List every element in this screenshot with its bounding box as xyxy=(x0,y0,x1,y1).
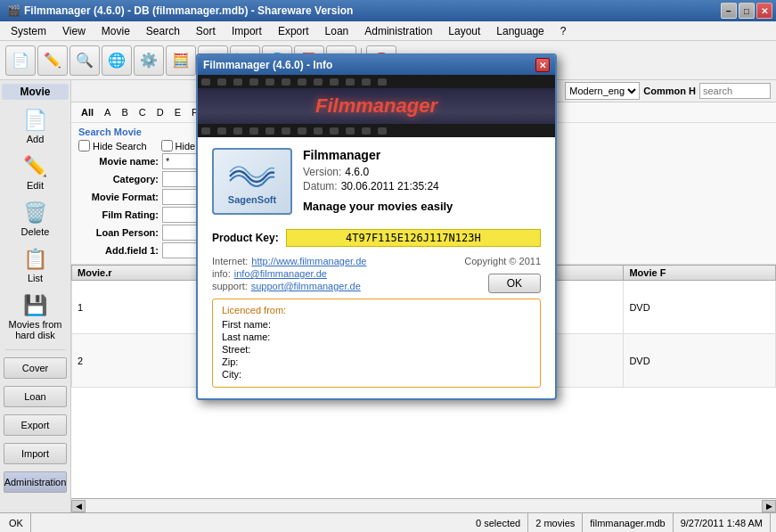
film-hole xyxy=(217,127,226,135)
city-row: City: xyxy=(222,369,531,380)
datum-label: Datum: xyxy=(303,180,338,192)
info-link[interactable]: info@filmmanager.de xyxy=(234,268,327,279)
product-key-row: Product Key: 4T97F115E126J117N123H xyxy=(212,229,541,247)
film-hole xyxy=(330,78,339,86)
support-link[interactable]: support@filmmanager.de xyxy=(251,281,361,291)
film-hole xyxy=(233,127,242,135)
last-name-row: Last name: xyxy=(222,331,531,342)
film-hole xyxy=(298,127,306,135)
licensed-from-label: Licenced from: xyxy=(222,305,531,315)
version-row: Version: 4.6.0 xyxy=(303,166,541,178)
filmstrip-top xyxy=(198,75,555,88)
film-hole xyxy=(282,127,290,135)
support-label: support: xyxy=(212,281,248,291)
datum-value: 30.06.2011 21:35:24 xyxy=(341,180,439,192)
dialog-title-bar: Filmmanager (4.6.0) - Info ✕ xyxy=(198,55,555,75)
datum-row: Datum: 30.06.2011 21:35:24 xyxy=(303,180,541,192)
film-hole xyxy=(298,78,306,86)
film-hole xyxy=(249,127,258,135)
film-hole xyxy=(362,127,371,135)
zip-row: Zip: xyxy=(222,356,531,367)
app-info: Filmmanager Version: 4.6.0 Datum: 30.06.… xyxy=(303,148,541,220)
info-label-field: info: xyxy=(212,268,231,279)
info-row: info: info@filmmanager.de xyxy=(212,268,457,279)
product-key-label: Product Key: xyxy=(212,232,279,244)
dialog-top-row: SagenSoft Filmmanager Version: 4.6.0 Dat… xyxy=(212,148,541,220)
app-name: Filmmanager xyxy=(303,148,541,162)
film-hole xyxy=(265,127,274,135)
dialog-banner: Filmmanager xyxy=(198,75,555,137)
first-name-row: First name: xyxy=(222,319,531,330)
version-value: 4.6.0 xyxy=(345,166,369,178)
film-hole xyxy=(249,78,258,86)
sagensoft-logo: SagenSoft xyxy=(212,148,292,215)
film-hole xyxy=(201,127,210,135)
dialog-close-button[interactable]: ✕ xyxy=(535,58,550,72)
internet-label: Internet: xyxy=(212,256,248,266)
product-key-value: 4T97F115E126J117N123H xyxy=(286,229,541,247)
dialog-title-text: Filmmanager (4.6.0) - Info xyxy=(203,59,332,71)
film-hole xyxy=(201,78,210,86)
licensed-section: Licenced from: First name: Last name: St… xyxy=(212,299,541,388)
sagensoft-waves-svg xyxy=(225,159,279,194)
film-hole xyxy=(378,78,387,86)
film-hole xyxy=(265,78,274,86)
film-hole xyxy=(346,78,355,86)
film-hole xyxy=(282,78,290,86)
internet-link[interactable]: http://www.filmmanager.de xyxy=(251,256,366,266)
film-hole xyxy=(346,127,355,135)
film-hole xyxy=(378,127,387,135)
banner-title-text: Filmmanager xyxy=(315,94,437,118)
dialog-overlay: Filmmanager (4.6.0) - Info ✕ xyxy=(0,0,776,532)
internet-row: Internet: http://www.filmmanager.de xyxy=(212,256,457,266)
film-hole xyxy=(330,127,339,135)
links-col: Internet: http://www.filmmanager.de info… xyxy=(212,256,457,293)
support-row: support: support@filmmanager.de xyxy=(212,281,457,291)
street-row: Street: xyxy=(222,344,531,355)
ok-button[interactable]: OK xyxy=(488,274,541,293)
links-row: Internet: http://www.filmmanager.de info… xyxy=(212,256,541,293)
info-dialog: Filmmanager (4.6.0) - Info ✕ xyxy=(196,53,557,400)
filmstrip-bottom xyxy=(198,124,555,137)
copyright-text: Copyright © 2011 xyxy=(464,256,541,266)
film-hole xyxy=(233,78,242,86)
film-hole xyxy=(314,127,323,135)
film-hole xyxy=(314,78,323,86)
film-hole xyxy=(217,78,226,86)
copyright-col: Copyright © 2011 OK xyxy=(464,256,541,293)
version-label: Version: xyxy=(303,166,341,178)
tagline: Manage your movies easily xyxy=(303,200,541,213)
film-hole xyxy=(362,78,371,86)
sagensoft-text: SagenSoft xyxy=(228,194,276,205)
dialog-body: SagenSoft Filmmanager Version: 4.6.0 Dat… xyxy=(198,137,555,398)
